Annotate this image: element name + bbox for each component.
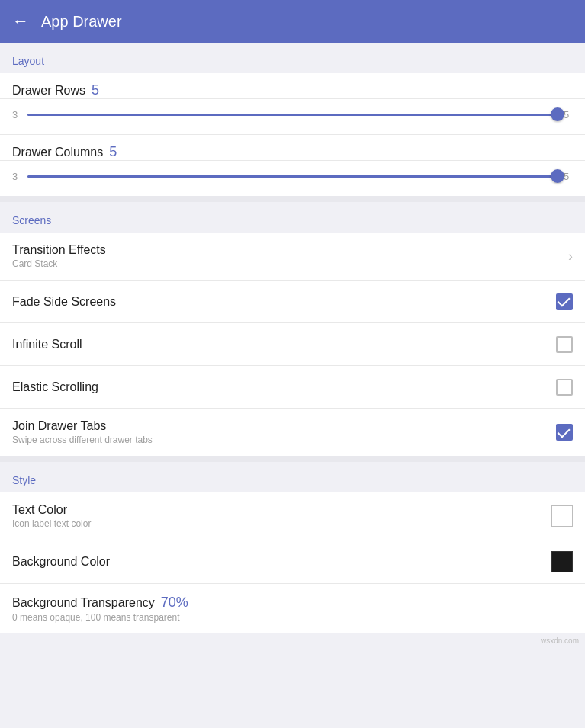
- text-color-sublabel: Icon label text color: [12, 518, 91, 529]
- transition-effects-label-group: Transition Effects Card Stack: [12, 243, 106, 269]
- drawer-rows-track-bg: [27, 114, 558, 116]
- drawer-columns-row: Drawer Columns 5: [0, 135, 585, 161]
- background-color-swatch[interactable]: [551, 551, 573, 572]
- screens-section-header: Screens: [0, 202, 585, 233]
- drawer-rows-slider-row[interactable]: 3 5: [12, 107, 573, 122]
- drawer-rows-slider-container: 3 5: [0, 99, 585, 135]
- screens-section: Screens Transition Effects Card Stack › …: [0, 202, 585, 456]
- transition-effects-label: Transition Effects: [12, 243, 106, 257]
- layout-screens-divider: [0, 196, 585, 202]
- background-transparency-row: Background Transparency 70% 0 means opaq…: [0, 584, 585, 633]
- drawer-columns-label-group: Drawer Columns 5: [12, 144, 573, 160]
- elastic-scrolling-label: Elastic Scrolling: [12, 380, 98, 394]
- elastic-scrolling-row[interactable]: Elastic Scrolling: [0, 366, 585, 409]
- drawer-columns-fill: [27, 175, 558, 178]
- screens-card: Transition Effects Card Stack › Fade Sid…: [0, 233, 585, 456]
- screens-style-divider: [0, 456, 585, 462]
- text-color-row[interactable]: Text Color Icon label text color: [0, 492, 585, 540]
- background-color-row[interactable]: Background Color: [0, 540, 585, 584]
- background-color-label: Background Color: [12, 555, 110, 569]
- background-transparency-value: 70%: [161, 595, 188, 611]
- drawer-rows-max: 5: [564, 109, 573, 120]
- fade-side-screens-row[interactable]: Fade Side Screens: [0, 281, 585, 323]
- style-section-header: Style: [0, 462, 585, 492]
- background-transparency-value-group: Background Transparency 70%: [12, 595, 188, 611]
- transition-effects-sublabel: Card Stack: [12, 258, 106, 269]
- transition-effects-row[interactable]: Transition Effects Card Stack ›: [0, 233, 585, 281]
- transition-effects-chevron-icon: ›: [568, 249, 573, 265]
- drawer-columns-max: 5: [564, 171, 573, 182]
- page-title: App Drawer: [41, 13, 122, 30]
- drawer-rows-row: Drawer Rows 5: [0, 73, 585, 99]
- drawer-columns-label: Drawer Columns: [12, 146, 103, 159]
- join-drawer-tabs-label: Join Drawer Tabs: [12, 419, 153, 433]
- style-card: Text Color Icon label text color Backgro…: [0, 492, 585, 633]
- drawer-rows-label-group: Drawer Rows 5: [12, 82, 573, 98]
- text-color-label-group: Text Color Icon label text color: [12, 503, 91, 529]
- drawer-rows-fill: [27, 114, 558, 116]
- background-transparency-label-group: Background Transparency 70% 0 means opaq…: [12, 595, 188, 623]
- drawer-columns-value: 5: [109, 144, 117, 160]
- text-color-label: Text Color: [12, 503, 91, 517]
- join-drawer-tabs-label-group: Join Drawer Tabs Swipe across different …: [12, 419, 153, 445]
- drawer-columns-track[interactable]: [27, 168, 558, 184]
- layout-section: Layout Drawer Rows 5 3: [0, 43, 585, 196]
- app-header: ← App Drawer: [0, 0, 585, 43]
- drawer-columns-slider-container: 3 5: [0, 161, 585, 196]
- drawer-rows-label: Drawer Rows: [12, 84, 85, 98]
- content-area: Layout Drawer Rows 5 3: [0, 43, 585, 633]
- infinite-scroll-checkbox[interactable]: [556, 336, 573, 353]
- drawer-rows-track[interactable]: [27, 107, 558, 122]
- drawer-rows-thumb[interactable]: [551, 107, 564, 121]
- background-transparency-sublabel: 0 means opaque, 100 means transparent: [12, 612, 188, 623]
- join-drawer-tabs-checkbox[interactable]: [556, 424, 573, 441]
- join-drawer-tabs-sublabel: Swipe across different drawer tabs: [12, 435, 153, 445]
- drawer-columns-slider-row[interactable]: 3 5: [12, 168, 573, 184]
- layout-section-header: Layout: [0, 43, 585, 73]
- layout-card: Drawer Rows 5 3 5: [0, 73, 585, 196]
- infinite-scroll-label: Infinite Scroll: [12, 338, 82, 351]
- style-section: Style Text Color Icon label text color B…: [0, 462, 585, 633]
- drawer-columns-min: 3: [12, 171, 21, 182]
- infinite-scroll-row[interactable]: Infinite Scroll: [0, 323, 585, 366]
- text-color-swatch[interactable]: [551, 505, 573, 527]
- elastic-scrolling-checkbox[interactable]: [556, 379, 573, 396]
- fade-side-screens-label: Fade Side Screens: [12, 295, 116, 309]
- drawer-rows-min: 3: [12, 109, 21, 120]
- drawer-columns-thumb[interactable]: [551, 169, 564, 183]
- fade-side-screens-checkbox[interactable]: [556, 293, 573, 310]
- join-drawer-tabs-row[interactable]: Join Drawer Tabs Swipe across different …: [0, 409, 585, 456]
- background-transparency-label: Background Transparency: [12, 596, 155, 610]
- drawer-rows-value: 5: [92, 82, 99, 98]
- drawer-columns-track-bg: [27, 175, 558, 178]
- back-button[interactable]: ←: [12, 11, 29, 31]
- watermark: wsxdn.com: [0, 633, 585, 648]
